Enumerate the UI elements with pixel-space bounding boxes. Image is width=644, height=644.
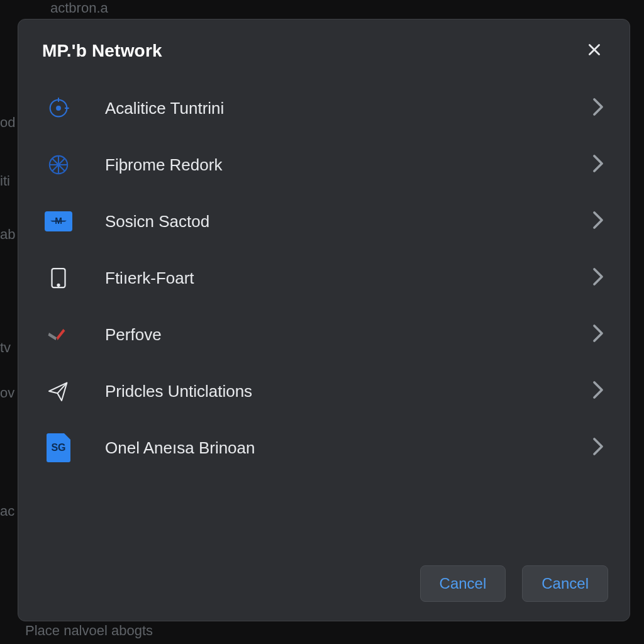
file-sg-icon: SG: [42, 431, 75, 464]
chevron-right-icon: [592, 380, 604, 402]
close-icon: [586, 42, 602, 60]
cancel-button[interactable]: Cancel: [522, 565, 608, 602]
list-item-label: Perfove: [105, 325, 592, 345]
svg-marker-13: [48, 333, 57, 340]
list-item[interactable]: Pridcles Unticlations: [38, 363, 623, 419]
list-item[interactable]: Perfove: [38, 306, 623, 363]
svg-point-12: [58, 284, 60, 286]
modal-title: MP.'b Network: [42, 41, 162, 61]
list-item-label: Sosicn Sactod: [105, 212, 592, 231]
cancel-button[interactable]: Cancel: [420, 565, 506, 602]
background-text-fragment: ov: [0, 385, 14, 401]
list-item-label: Onel Aneısa Brinoan: [105, 438, 592, 458]
list-item-label: Fiþrome Redork: [105, 155, 592, 175]
background-text-fragment: od: [0, 114, 15, 131]
modal-footer: Cancel Cancel: [18, 565, 630, 621]
background-text-fragment: actbron.a: [50, 0, 108, 16]
background-text-fragment: tv: [0, 340, 11, 356]
mail-icon: M: [42, 205, 75, 238]
tablet-icon: [42, 262, 75, 294]
network-list: Acalitice Tuntrini Fiþrome Redork: [18, 80, 630, 565]
check-icon: [42, 318, 75, 351]
background-text-fragment: ab: [0, 226, 15, 243]
chevron-right-icon: [592, 437, 604, 458]
list-item[interactable]: SG Onel Aneısa Brinoan: [38, 419, 623, 476]
chevron-right-icon: [592, 97, 604, 119]
chevron-right-icon: [592, 267, 604, 289]
close-button[interactable]: [583, 40, 606, 62]
background-footer-text: Place nalvoel abogts: [25, 623, 153, 639]
chevron-right-icon: [592, 211, 604, 232]
list-item-label: Ftiıerk-Foart: [105, 269, 592, 288]
background-text-fragment: iti: [0, 173, 10, 189]
chevron-right-icon: [592, 324, 604, 345]
modal-header: MP.'b Network: [18, 19, 630, 80]
background-text-fragment: ac: [0, 503, 14, 519]
svg-marker-14: [57, 329, 65, 340]
chevron-right-icon: [592, 154, 604, 175]
list-item-label: Pridcles Unticlations: [105, 382, 592, 401]
list-item[interactable]: M Sosicn Sactod: [38, 193, 623, 250]
network-modal: MP.'b Network Acalitice Tuntrini: [18, 19, 630, 621]
list-item[interactable]: Ftiıerk-Foart: [38, 250, 623, 306]
target-icon: [42, 92, 75, 125]
send-icon: [42, 375, 75, 408]
list-item[interactable]: Fiþrome Redork: [38, 136, 623, 193]
svg-point-3: [57, 106, 60, 110]
list-item-label: Acalitice Tuntrini: [105, 99, 592, 118]
compass-icon: [42, 148, 75, 181]
list-item[interactable]: Acalitice Tuntrini: [38, 80, 623, 136]
